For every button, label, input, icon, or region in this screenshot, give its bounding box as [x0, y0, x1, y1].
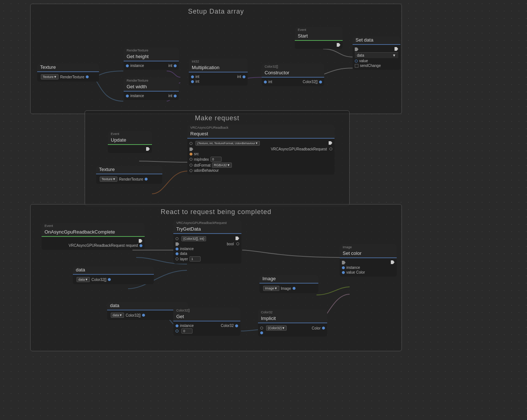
get-height-header: RenderTexture — [124, 47, 179, 53]
constructor-int-label: int — [268, 80, 272, 84]
mult-int-out-label: int — [237, 75, 241, 79]
group-react-to-request: React to request being completed Event O… — [30, 204, 402, 351]
texture-node-1: Texture Texture▼ RenderTexture — [37, 64, 99, 82]
set-data-sendchange-row: sendChange — [355, 64, 398, 68]
request-exec-out-pin — [329, 141, 332, 145]
group-setup-data-array: Setup Data array Texture Texture▼ Render… — [30, 4, 402, 114]
event-update-header: Event — [108, 131, 152, 136]
mult-int2-pin — [191, 80, 194, 83]
data-var2-out-pin — [142, 314, 145, 317]
try-get-data-layer-row: layer — [176, 256, 239, 261]
texture2-render-label: RenderTexture — [119, 177, 143, 181]
request-dst-dropdown[interactable]: RGBA32▼ — [212, 163, 232, 168]
request-dst-pin — [190, 164, 192, 167]
set-data-sendchange-checkbox[interactable] — [355, 64, 358, 68]
get-height-instance-pin — [126, 64, 129, 67]
event-on-complete-exec-pin — [139, 239, 142, 243]
get-width-int-label: int — [168, 94, 172, 98]
try-get-data-title: TryGetData — [173, 225, 241, 234]
try-get-data-exec-row: bool — [176, 242, 239, 246]
image-node-title: Image — [259, 275, 318, 284]
image-node-dropdown[interactable]: Image▼ — [263, 286, 279, 291]
request-type-dropdown[interactable]: (Texture, int, TextureFormat, UdonBehavi… — [195, 141, 260, 146]
texture1-output-pin — [86, 75, 89, 78]
get-index-pin — [176, 330, 178, 332]
texture2-type-dropdown[interactable]: Texture▼ — [100, 177, 117, 182]
request-udon-pin — [190, 169, 192, 172]
mult-int2-label: int — [195, 79, 199, 83]
multiplication-node: Int32 Multiplication int int int — [189, 58, 248, 86]
implicit-color-out-pin — [322, 327, 325, 330]
set-color-value-pin — [342, 271, 345, 274]
try-get-data-instance-row: instance — [176, 247, 239, 251]
set-data-dropdown-arrow: ▼ — [392, 53, 396, 57]
texture1-title: Texture — [37, 64, 99, 72]
event-on-complete-exec-row — [44, 239, 142, 243]
image-node-out-pin — [293, 287, 296, 290]
implicit-type-dropdown[interactable]: (Color32)▼ — [266, 325, 287, 331]
try-get-data-data-pin — [176, 252, 178, 255]
set-data-exec-in-pin — [355, 47, 358, 51]
request-dst-label: dstFormat — [194, 163, 211, 167]
data-var1-out-pin — [108, 278, 111, 281]
mult-int1-label: int — [195, 75, 199, 79]
request-mip-pin — [190, 158, 192, 161]
constructor-node: Color32[] Constructor int Color32[] — [262, 64, 324, 86]
implicit-header: Color32 — [258, 309, 327, 315]
get-width-int-pin — [174, 95, 177, 97]
data-var1-dropdown[interactable]: data▼ — [77, 277, 90, 282]
get-height-node: RenderTexture Get height instance int — [124, 47, 179, 70]
try-get-data-header: VRCAsyncGPUReadbackRequest — [173, 220, 241, 225]
implicit-color-out-label: Color — [312, 326, 321, 330]
event-update-node: Event Update — [108, 131, 152, 153]
get-color32-out-label: Color32 — [221, 324, 234, 328]
get-height-instance-label: instance — [130, 64, 144, 68]
get-height-int-pin — [174, 64, 177, 67]
request-mip-input[interactable] — [211, 157, 222, 162]
get-index-input[interactable] — [181, 328, 192, 334]
set-color-value-row: value Color — [342, 270, 395, 274]
try-get-data-data-row: data — [176, 252, 239, 256]
set-color-instance-label: instance — [346, 266, 360, 270]
get-width-title: Get width — [124, 83, 179, 92]
try-get-data-bool-pin — [236, 242, 239, 245]
get-height-instance-row: instance int — [126, 64, 177, 68]
mult-int2-row: int — [191, 79, 245, 83]
implicit-title: Implicit — [258, 315, 327, 323]
request-vrc-out-pin — [329, 147, 332, 150]
constructor-int-pin — [264, 81, 267, 83]
event-update-title: Update — [108, 136, 152, 145]
event-on-complete-header: Event — [42, 223, 145, 228]
set-data-title: Set data — [353, 36, 400, 45]
set-color-header: Image — [340, 244, 397, 250]
event-start-header: Event — [295, 27, 343, 32]
implicit-node: Color32 Implicit (Color32)▼ Color — [258, 309, 327, 337]
request-title: Request — [187, 130, 335, 139]
event-update-exec-pin — [146, 147, 150, 151]
mult-int1-row: int int — [191, 75, 245, 79]
event-on-complete-node: Event OnAsyncGpuReadbackComplete VRCAsyn… — [42, 223, 145, 250]
request-exec-in-pin — [190, 142, 192, 145]
texture2-title: Texture — [96, 166, 162, 174]
try-get-data-layer-input[interactable] — [190, 256, 201, 261]
set-color-exec-in-pin — [342, 261, 346, 264]
request-vrc-label: VRCAsyncGPUReadbackRequest — [271, 147, 327, 151]
set-data-value-pin — [355, 60, 358, 63]
data-var2-color-label: Color32[] — [125, 313, 141, 317]
group3-title: React to request being completed — [31, 204, 402, 218]
set-data-dropdown[interactable]: data ▼ — [355, 52, 398, 58]
set-data-exec-in-row — [355, 47, 398, 51]
set-data-value-row: value — [355, 59, 398, 63]
texture2-type-row: Texture▼ RenderTexture — [98, 177, 160, 182]
request-exec-row2: VRCAsyncGPUReadbackRequest — [190, 147, 332, 151]
try-get-data-type-dropdown[interactable]: (Color32[], int) — [181, 236, 206, 241]
event-on-complete-request-row: VRCAsyncGPUReadbackRequest request — [44, 243, 142, 248]
request-src-row: src — [190, 152, 332, 156]
get-instance-label: instance — [180, 324, 194, 328]
group2-title: Make request — [85, 111, 349, 124]
texture1-type-dropdown[interactable]: Texture▼ — [41, 74, 59, 79]
set-color-instance-row: instance — [342, 266, 395, 270]
data-var2-dropdown[interactable]: data▼ — [111, 313, 124, 318]
request-src-label: src — [194, 152, 199, 156]
constructor-color32-out-label: Color32[] — [303, 80, 318, 84]
